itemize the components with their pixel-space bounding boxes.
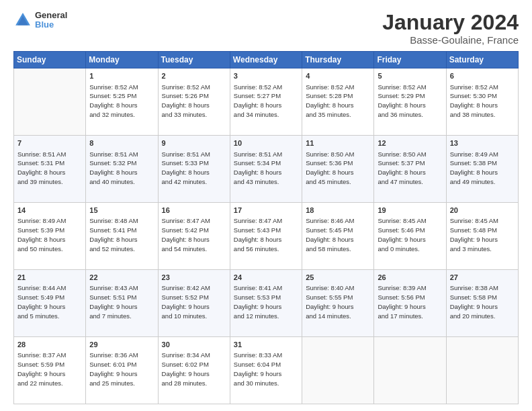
day-info: Sunrise: 8:51 AM Sunset: 5:34 PM Dayligh… (234, 150, 298, 187)
calendar-cell: 28Sunrise: 8:37 AM Sunset: 5:59 PM Dayli… (14, 337, 86, 404)
calendar-cell: 21Sunrise: 8:44 AM Sunset: 5:49 PM Dayli… (14, 270, 86, 337)
calendar-cell: 1Sunrise: 8:52 AM Sunset: 5:25 PM Daylig… (86, 68, 158, 136)
calendar-cell: 26Sunrise: 8:39 AM Sunset: 5:56 PM Dayli… (374, 270, 446, 337)
day-info: Sunrise: 8:44 AM Sunset: 5:49 PM Dayligh… (17, 283, 82, 320)
day-info: Sunrise: 8:48 AM Sunset: 5:41 PM Dayligh… (89, 216, 154, 253)
day-number: 15 (89, 205, 154, 216)
day-info: Sunrise: 8:52 AM Sunset: 5:26 PM Dayligh… (162, 83, 226, 120)
logo-line2: Blue (35, 20, 67, 30)
logo-text: General Blue (35, 11, 67, 30)
day-number: 31 (234, 340, 298, 350)
day-number: 6 (450, 71, 515, 81)
day-number: 4 (306, 71, 370, 81)
day-number: 9 (162, 138, 226, 148)
day-info: Sunrise: 8:52 AM Sunset: 5:28 PM Dayligh… (306, 83, 370, 120)
calendar-cell: 11Sunrise: 8:50 AM Sunset: 5:36 PM Dayli… (302, 136, 374, 203)
calendar-header-cell: Thursday (302, 52, 374, 68)
day-number: 16 (162, 205, 226, 216)
day-number: 8 (89, 138, 154, 148)
day-number: 11 (306, 138, 370, 148)
page-subtitle: Basse-Goulaine, France (382, 34, 519, 46)
calendar-header-cell: Sunday (14, 52, 86, 68)
calendar-cell: 31Sunrise: 8:33 AM Sunset: 6:04 PM Dayli… (230, 337, 302, 404)
calendar-cell: 10Sunrise: 8:51 AM Sunset: 5:34 PM Dayli… (230, 136, 302, 203)
day-number: 18 (306, 205, 370, 216)
day-info: Sunrise: 8:51 AM Sunset: 5:31 PM Dayligh… (17, 150, 82, 187)
calendar-cell: 22Sunrise: 8:43 AM Sunset: 5:51 PM Dayli… (86, 270, 158, 337)
calendar-cell (14, 68, 86, 136)
day-number: 14 (17, 205, 82, 216)
day-info: Sunrise: 8:52 AM Sunset: 5:25 PM Dayligh… (89, 83, 154, 120)
day-info: Sunrise: 8:43 AM Sunset: 5:51 PM Dayligh… (89, 283, 154, 320)
day-number: 1 (89, 71, 154, 81)
page-title: January 2024 (382, 11, 519, 34)
logo-icon (13, 11, 32, 30)
calendar-header-cell: Friday (374, 52, 446, 68)
day-info: Sunrise: 8:40 AM Sunset: 5:55 PM Dayligh… (306, 283, 370, 320)
day-number: 19 (378, 205, 442, 216)
calendar-cell (374, 337, 446, 404)
day-info: Sunrise: 8:47 AM Sunset: 5:42 PM Dayligh… (162, 216, 226, 253)
calendar-table: SundayMondayTuesdayWednesdayThursdayFrid… (13, 51, 519, 404)
calendar-cell: 12Sunrise: 8:50 AM Sunset: 5:37 PM Dayli… (374, 136, 446, 203)
calendar-header-cell: Saturday (446, 52, 518, 68)
day-info: Sunrise: 8:49 AM Sunset: 5:38 PM Dayligh… (450, 150, 515, 187)
day-info: Sunrise: 8:45 AM Sunset: 5:48 PM Dayligh… (450, 216, 515, 253)
day-info: Sunrise: 8:50 AM Sunset: 5:37 PM Dayligh… (378, 150, 442, 187)
day-info: Sunrise: 8:33 AM Sunset: 6:04 PM Dayligh… (234, 351, 298, 387)
day-number: 7 (17, 138, 82, 148)
calendar-cell: 15Sunrise: 8:48 AM Sunset: 5:41 PM Dayli… (86, 203, 158, 270)
day-info: Sunrise: 8:51 AM Sunset: 5:33 PM Dayligh… (162, 150, 226, 187)
calendar-cell: 6Sunrise: 8:52 AM Sunset: 5:30 PM Daylig… (446, 68, 518, 136)
header: General Blue January 2024 Basse-Goulaine… (13, 11, 519, 46)
calendar-week-row: 14Sunrise: 8:49 AM Sunset: 5:39 PM Dayli… (14, 203, 519, 270)
day-number: 17 (234, 205, 298, 216)
day-info: Sunrise: 8:46 AM Sunset: 5:45 PM Dayligh… (306, 216, 370, 253)
calendar-header-cell: Tuesday (158, 52, 230, 68)
day-info: Sunrise: 8:41 AM Sunset: 5:53 PM Dayligh… (234, 283, 298, 320)
calendar-cell (302, 337, 374, 404)
day-number: 5 (378, 71, 442, 81)
day-number: 20 (450, 205, 515, 216)
calendar-cell: 23Sunrise: 8:42 AM Sunset: 5:52 PM Dayli… (158, 270, 230, 337)
day-number: 28 (17, 340, 82, 350)
day-info: Sunrise: 8:52 AM Sunset: 5:30 PM Dayligh… (450, 83, 515, 120)
calendar-cell: 7Sunrise: 8:51 AM Sunset: 5:31 PM Daylig… (14, 136, 86, 203)
day-info: Sunrise: 8:52 AM Sunset: 5:27 PM Dayligh… (234, 83, 298, 120)
day-info: Sunrise: 8:36 AM Sunset: 6:01 PM Dayligh… (89, 351, 154, 387)
calendar-week-row: 21Sunrise: 8:44 AM Sunset: 5:49 PM Dayli… (14, 270, 519, 337)
day-number: 26 (378, 273, 442, 283)
day-number: 3 (234, 71, 298, 81)
day-number: 25 (306, 273, 370, 283)
calendar-week-row: 28Sunrise: 8:37 AM Sunset: 5:59 PM Dayli… (14, 337, 519, 404)
day-number: 30 (162, 340, 226, 350)
day-info: Sunrise: 8:51 AM Sunset: 5:32 PM Dayligh… (89, 150, 154, 187)
calendar-header-cell: Wednesday (230, 52, 302, 68)
calendar-cell (446, 337, 518, 404)
day-info: Sunrise: 8:39 AM Sunset: 5:56 PM Dayligh… (378, 283, 442, 320)
calendar-header-row: SundayMondayTuesdayWednesdayThursdayFrid… (14, 52, 519, 68)
day-info: Sunrise: 8:47 AM Sunset: 5:43 PM Dayligh… (234, 216, 298, 253)
calendar-cell: 25Sunrise: 8:40 AM Sunset: 5:55 PM Dayli… (302, 270, 374, 337)
calendar-cell: 24Sunrise: 8:41 AM Sunset: 5:53 PM Dayli… (230, 270, 302, 337)
day-number: 12 (378, 138, 442, 148)
day-number: 24 (234, 273, 298, 283)
logo-line1: General (35, 11, 67, 20)
day-number: 22 (89, 273, 154, 283)
calendar-cell: 29Sunrise: 8:36 AM Sunset: 6:01 PM Dayli… (86, 337, 158, 404)
logo: General Blue (13, 11, 67, 30)
calendar-cell: 17Sunrise: 8:47 AM Sunset: 5:43 PM Dayli… (230, 203, 302, 270)
title-block: January 2024 Basse-Goulaine, France (382, 11, 519, 46)
day-info: Sunrise: 8:42 AM Sunset: 5:52 PM Dayligh… (162, 283, 226, 320)
page: General Blue January 2024 Basse-Goulaine… (0, 0, 532, 411)
calendar-cell: 30Sunrise: 8:34 AM Sunset: 6:02 PM Dayli… (158, 337, 230, 404)
calendar-cell: 27Sunrise: 8:38 AM Sunset: 5:58 PM Dayli… (446, 270, 518, 337)
day-info: Sunrise: 8:38 AM Sunset: 5:58 PM Dayligh… (450, 283, 515, 320)
day-info: Sunrise: 8:52 AM Sunset: 5:29 PM Dayligh… (378, 83, 442, 120)
day-number: 21 (17, 273, 82, 283)
day-number: 23 (162, 273, 226, 283)
calendar-cell: 2Sunrise: 8:52 AM Sunset: 5:26 PM Daylig… (158, 68, 230, 136)
calendar-header-cell: Monday (86, 52, 158, 68)
day-info: Sunrise: 8:37 AM Sunset: 5:59 PM Dayligh… (17, 351, 82, 387)
calendar-cell: 13Sunrise: 8:49 AM Sunset: 5:38 PM Dayli… (446, 136, 518, 203)
